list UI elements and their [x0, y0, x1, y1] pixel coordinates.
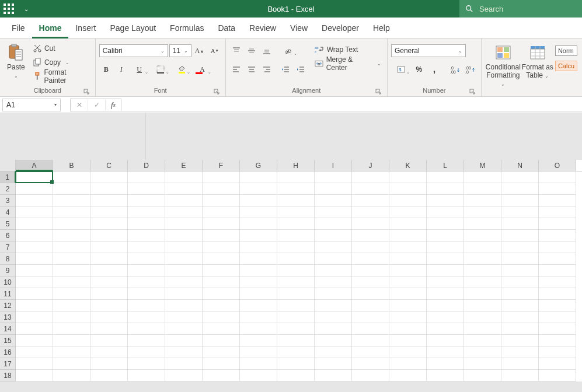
cell[interactable] [427, 195, 464, 206]
cell[interactable] [53, 195, 90, 206]
cell[interactable] [53, 183, 90, 195]
align-right-button[interactable] [260, 62, 274, 76]
cell[interactable] [203, 288, 240, 300]
decrease-decimal-button[interactable]: .00.0 [463, 62, 478, 76]
col-header-F[interactable]: F [203, 160, 240, 171]
row-header-7[interactable]: 7 [0, 242, 16, 253]
cell[interactable] [427, 370, 464, 382]
col-header-M[interactable]: M [464, 160, 501, 171]
cell[interactable] [240, 300, 277, 312]
enter-formula-button[interactable]: ✓ [88, 99, 106, 111]
row-header-18[interactable]: 18 [0, 370, 16, 382]
cell[interactable] [128, 288, 165, 300]
cell[interactable] [16, 172, 53, 183]
cell[interactable] [16, 358, 53, 370]
cell[interactable] [315, 335, 352, 346]
cell[interactable] [427, 172, 464, 183]
cell[interactable] [203, 183, 240, 195]
row-header-12[interactable]: 12 [0, 300, 16, 312]
bottom-align-button[interactable] [260, 44, 274, 58]
cell[interactable] [128, 276, 165, 288]
cell[interactable] [53, 335, 90, 346]
tab-home[interactable]: Home [32, 18, 69, 38]
cell[interactable] [539, 265, 576, 276]
cell[interactable] [90, 358, 128, 370]
cell[interactable] [539, 206, 576, 218]
cell[interactable] [90, 206, 128, 218]
cell[interactable] [315, 206, 352, 218]
cell[interactable] [203, 242, 240, 253]
row-header-14[interactable]: 14 [0, 323, 16, 335]
cell[interactable] [16, 312, 53, 323]
cell[interactable] [315, 288, 352, 300]
cell[interactable] [352, 288, 389, 300]
cell[interactable] [203, 346, 240, 358]
underline-button[interactable]: U⌄ [130, 62, 149, 76]
cell[interactable] [352, 312, 389, 323]
paste-button[interactable]: Paste⌄ [4, 41, 29, 80]
cell[interactable] [389, 265, 427, 276]
cell[interactable] [539, 358, 576, 370]
cell[interactable] [464, 253, 501, 265]
cell[interactable] [352, 253, 389, 265]
tab-file[interactable]: File [4, 18, 32, 38]
cell[interactable] [16, 218, 53, 230]
tab-formulas[interactable]: Formulas [163, 18, 211, 38]
cell[interactable] [464, 276, 501, 288]
cell[interactable] [352, 335, 389, 346]
cell[interactable] [90, 335, 128, 346]
cell[interactable] [90, 346, 128, 358]
cell[interactable] [128, 335, 165, 346]
cell[interactable] [315, 253, 352, 265]
cell[interactable] [389, 206, 427, 218]
cell[interactable] [315, 265, 352, 276]
cell[interactable] [240, 265, 277, 276]
cell[interactable] [389, 300, 427, 312]
col-header-B[interactable]: B [53, 160, 90, 171]
cell[interactable] [352, 370, 389, 382]
orientation-button[interactable]: ab⌄ [278, 44, 298, 58]
cell[interactable] [277, 323, 315, 335]
cell[interactable] [464, 183, 501, 195]
cut-button[interactable]: Cut [31, 42, 92, 55]
cell[interactable] [16, 288, 53, 300]
cell[interactable] [240, 346, 277, 358]
cell[interactable] [427, 288, 464, 300]
col-header-E[interactable]: E [165, 160, 203, 171]
cell[interactable] [16, 253, 53, 265]
cell[interactable] [165, 253, 203, 265]
cell[interactable] [464, 300, 501, 312]
cell[interactable] [501, 346, 539, 358]
cell[interactable] [277, 300, 315, 312]
number-format-combo[interactable]: General⌄ [391, 44, 466, 57]
cell[interactable] [539, 370, 576, 382]
align-left-button[interactable] [229, 62, 243, 76]
cell[interactable] [427, 265, 464, 276]
cell[interactable] [501, 206, 539, 218]
borders-button[interactable]: ⌄ [151, 62, 170, 76]
cell[interactable] [203, 230, 240, 242]
cell[interactable] [464, 230, 501, 242]
cell[interactable] [427, 346, 464, 358]
row-header-10[interactable]: 10 [0, 276, 16, 288]
cell[interactable] [53, 346, 90, 358]
cell[interactable] [539, 300, 576, 312]
tab-page-layout[interactable]: Page Layout [103, 18, 163, 38]
cell[interactable] [315, 300, 352, 312]
cell[interactable] [464, 346, 501, 358]
cell[interactable] [501, 335, 539, 346]
cell[interactable] [16, 206, 53, 218]
tab-developer[interactable]: Developer [315, 18, 366, 38]
row-header-15[interactable]: 15 [0, 335, 16, 346]
cell-style-calculation[interactable]: Calcu [555, 61, 577, 71]
cell[interactable] [464, 323, 501, 335]
cell[interactable] [539, 323, 576, 335]
cell[interactable] [427, 335, 464, 346]
cell[interactable] [427, 218, 464, 230]
row-header-8[interactable]: 8 [0, 253, 16, 265]
cell[interactable] [315, 370, 352, 382]
cell[interactable] [203, 300, 240, 312]
cell[interactable] [165, 323, 203, 335]
cell[interactable] [277, 206, 315, 218]
tab-help[interactable]: Help [366, 18, 397, 38]
